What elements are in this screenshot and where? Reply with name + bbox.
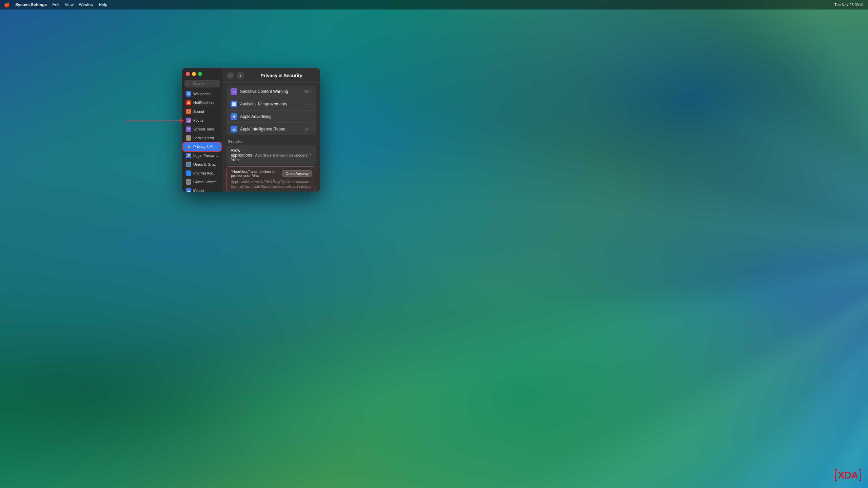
menubar-left: 🍎 System Settings Edit View Window Help [4,2,107,7]
annotation-arrow [126,119,184,123]
analytics-icon: 📊 [231,101,237,107]
apple-advertising-row[interactable]: 📢 Apple Advertising › [226,110,316,123]
sidebar-item-screen-time[interactable]: ⏱ Screen Time [183,125,221,134]
dropdown-icon: ⌃ [309,153,312,158]
sidebar-item-icloud[interactable]: ☁ iCloud [183,186,221,192]
arrow-head [180,119,184,123]
sidebar-item-privacy-security[interactable]: 🔒 Privacy & Security [183,142,221,151]
sidebar-item-label: Sound [193,109,204,114]
sensitive-content-label: Sensitive Content Warning [240,89,304,94]
notifications-icon: 🔔 [186,100,191,105]
menubar-app-name[interactable]: System Settings [15,2,47,7]
menubar-window[interactable]: Window [79,2,94,7]
sidebar-items-list: 🖼 Wallpaper 🔔 Notifications 🔊 Sound 🌙 Fo… [182,89,222,192]
icloud-icon: ☁ [186,188,191,192]
allow-apps-value: App Store & Known Developers ⌃ [255,153,312,158]
desktop-rays [0,0,868,488]
sidebar-item-label: Internet Accounts [193,171,218,175]
wallpaper-icon: 🖼 [186,91,191,97]
forward-button[interactable]: › [237,72,244,79]
sidebar-item-notifications[interactable]: 🔔 Notifications [183,98,221,107]
menubar-right: Tue Nov 26 09:41 [834,3,864,7]
traffic-lights [182,68,222,79]
sidebar-item-label: Game Center [193,180,216,184]
menubar-help[interactable]: Help [99,2,107,7]
focus-icon: 🌙 [186,118,191,123]
privacy-security-icon: 🔒 [186,144,191,149]
sidebar-item-label: Login Password [193,154,218,158]
warning-top: "NearDrop" was blocked to protect your M… [231,169,312,178]
chevron-icon: › [311,102,312,106]
lock-screen-icon: 🔒 [186,135,191,141]
warning-description: Apple could not verify "NearDrop" is fre… [231,180,312,189]
sidebar-item-label: Privacy & Security [193,145,218,149]
search-input[interactable] [184,80,220,87]
sensitive-content-value: Off [304,89,309,94]
sidebar-item-sound[interactable]: 🔊 Sound [183,107,221,116]
sidebar-item-label: Wallpaper [193,92,210,96]
internet-accounts-icon: 🌐 [186,170,191,176]
sensitive-content-icon: ⚠ [231,88,237,95]
login-password-icon: 🔑 [186,153,191,158]
chevron-icon: › [311,115,312,119]
maximize-button[interactable] [198,72,202,76]
sidebar-item-label: Users & Groups [193,162,218,166]
analytics-row[interactable]: 📊 Analytics & Improvements › [226,98,316,110]
allow-apps-label: Allow applications from: [231,148,255,162]
system-settings-window: ⌕ 🖼 Wallpaper 🔔 Notifications 🔊 Sound 🌙 … [182,68,320,192]
apple-intelligence-row[interactable]: 🤖 Apple Intelligence Report On › [226,123,316,135]
arrow-line [126,120,180,121]
close-button[interactable] [186,72,190,76]
main-content: ‹ › Privacy & Security ⚠ Sensitive Conte… [222,68,320,192]
apple-advertising-label: Apple Advertising [240,114,311,119]
xda-text: XDA [838,469,858,481]
sidebar-item-label: Focus [193,118,203,122]
minimize-button[interactable] [192,72,196,76]
sensitive-content-row[interactable]: ⚠ Sensitive Content Warning Off › [226,85,316,98]
page-title: Privacy & Security [247,73,316,78]
chevron-icon: › [311,89,312,94]
apple-intelligence-label: Apple Intelligence Report [240,127,304,131]
apple-menu[interactable]: 🍎 [4,2,10,7]
sidebar-item-label: iCloud [193,189,204,192]
sidebar: ⌕ 🖼 Wallpaper 🔔 Notifications 🔊 Sound 🌙 … [182,68,222,192]
sidebar-item-lock-screen[interactable]: 🔒 Lock Screen [183,134,221,142]
xda-bracket-left [835,469,837,481]
main-header: ‹ › Privacy & Security [222,68,320,83]
xda-bracket-right [859,469,861,481]
security-warning-box: "NearDrop" was blocked to protect your M… [226,166,316,192]
menubar-time: Tue Nov 26 09:41 [834,3,864,7]
sidebar-item-label: Notifications [193,101,214,105]
sound-icon: 🔊 [186,109,191,114]
sidebar-item-login-password[interactable]: 🔑 Login Password [183,151,221,160]
warning-text: "NearDrop" was blocked to protect your M… [231,169,282,178]
screen-time-icon: ⏱ [186,126,191,132]
menubar: 🍎 System Settings Edit View Window Help … [0,0,868,9]
analytics-label: Analytics & Improvements [240,102,311,106]
back-button[interactable]: ‹ [226,72,234,79]
privacy-group: ⚠ Sensitive Content Warning Off › 📊 Anal… [226,85,316,135]
sidebar-item-focus[interactable]: 🌙 Focus [183,116,221,125]
sidebar-item-label: Lock Screen [193,136,214,140]
game-center-icon: 🎮 [186,179,191,185]
sidebar-item-internet-accounts[interactable]: 🌐 Internet Accounts [183,169,221,178]
sidebar-item-users-groups[interactable]: 👥 Users & Groups [183,160,221,169]
menubar-view[interactable]: View [65,2,74,7]
open-anyway-button[interactable]: Open Anyway [282,170,312,177]
sidebar-item-wallpaper[interactable]: 🖼 Wallpaper [183,89,221,98]
security-section-header: Security [226,138,316,145]
menubar-edit[interactable]: Edit [52,2,59,7]
users-groups-icon: 👥 [186,162,191,167]
xda-watermark: XDA [835,469,861,481]
main-body: ⚠ Sensitive Content Warning Off › 📊 Anal… [222,83,320,192]
sidebar-item-game-center[interactable]: 🎮 Game Center [183,178,221,186]
apple-advertising-icon: 📢 [231,113,237,120]
apple-intelligence-icon: 🤖 [231,126,237,133]
apple-intelligence-value: On [304,127,310,131]
sidebar-item-label: Screen Time [193,127,214,131]
search-container[interactable]: ⌕ [184,80,220,87]
allow-apps-row[interactable]: Allow applications from: App Store & Kno… [226,145,316,165]
chevron-icon: › [311,127,312,131]
search-icon: ⌕ [186,82,189,86]
